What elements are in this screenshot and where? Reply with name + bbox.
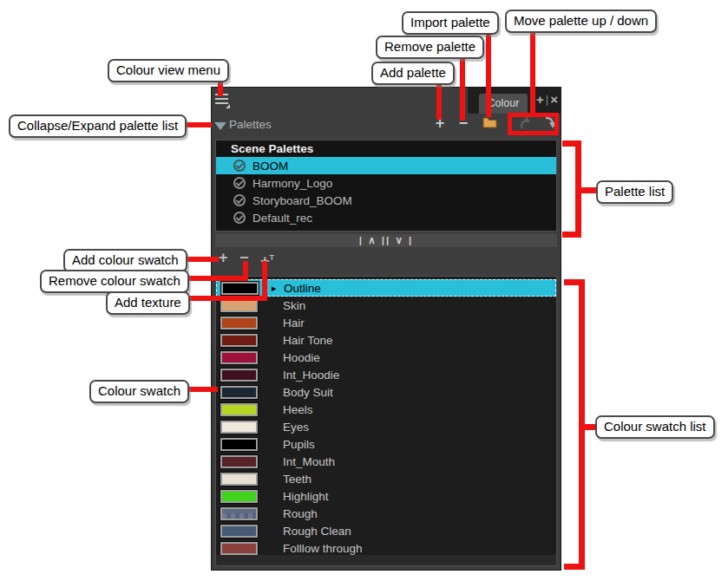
add-colour-swatch-button[interactable]: + (219, 248, 228, 267)
swatch-name: Teeth (283, 473, 312, 486)
palette-name: Storyboard_BOOM (253, 194, 352, 207)
colour-chip[interactable] (220, 386, 258, 399)
swatch-list-footer (216, 555, 556, 565)
bracket-palette-list (575, 140, 581, 238)
tab-bar: Colour + | × (468, 88, 561, 114)
splitter-down-icon[interactable]: ∨ (395, 235, 403, 245)
callout-collapse-expand: Collapse/Expand palette list (9, 114, 187, 138)
folder-icon (482, 116, 497, 128)
palette-check-icon (233, 177, 246, 189)
line-import-palette (486, 29, 491, 117)
palettes-section-label: Palettes (229, 118, 272, 131)
palette-name: Default_rec (253, 212, 312, 225)
palette-row[interactable]: Storyboard_BOOM (216, 192, 556, 209)
swatch-name: Heels (283, 403, 313, 416)
swatch-row[interactable]: Rough (216, 505, 556, 522)
splitter-bar: | (359, 235, 364, 245)
callout-colour-swatch-list: Colour swatch list (595, 415, 715, 439)
palette-check-icon (233, 212, 246, 224)
swatch-name: Hair Tone (283, 334, 333, 347)
colour-chip[interactable] (220, 455, 258, 468)
swatch-row[interactable]: Rough Clean (216, 522, 556, 539)
palette-check-icon (233, 160, 246, 172)
colour-chip[interactable] (220, 507, 258, 520)
swatch-name: Outline (284, 282, 321, 295)
swatch-row[interactable]: Int_Hoodie (216, 366, 556, 383)
swatch-row[interactable]: Pupils (216, 435, 556, 453)
line-add-palette (436, 82, 442, 120)
swatch-name: Hair (283, 317, 305, 330)
colour-chip[interactable] (220, 525, 258, 538)
palette-swatch-splitter[interactable]: | ∧ || ∨ | (215, 234, 557, 247)
tab-add-icon[interactable]: + (536, 92, 544, 108)
palette-row[interactable]: BOOM (216, 157, 556, 174)
line-remove-swatch (185, 276, 248, 281)
swatch-row[interactable]: Folllow through (216, 539, 556, 557)
colour-chip[interactable] (220, 369, 258, 382)
palette-check-icon (233, 194, 246, 206)
colour-chip[interactable] (220, 351, 258, 364)
callout-add-colour-swatch: Add colour swatch (63, 249, 187, 272)
line-move-palette (530, 29, 535, 114)
tab-close-icon[interactable]: × (550, 92, 558, 108)
colour-chip[interactable] (220, 334, 258, 347)
swatch-name: Int_Mouth (283, 455, 335, 468)
colour-chip[interactable] (220, 403, 258, 416)
colour-chip[interactable] (220, 542, 258, 555)
line-add-texture (185, 296, 267, 301)
colour-view-documentation: Colour + | × Palettes + − (0, 0, 728, 581)
swatch-name: Highlight (283, 490, 329, 503)
swatch-name: Skin (283, 299, 305, 312)
current-colour-marker-icon: ▸ (272, 279, 282, 297)
callout-remove-colour-swatch: Remove colour swatch (40, 270, 189, 293)
collapse-palette-list-icon[interactable] (214, 122, 226, 130)
swatch-name: Rough (283, 507, 318, 520)
palette-name: Harmony_Logo (253, 177, 332, 190)
swatch-name: Rough Clean (283, 525, 351, 538)
colour-chip[interactable] (220, 473, 258, 486)
palette-row[interactable]: Default_rec (216, 209, 556, 226)
colour-chip[interactable] (221, 282, 259, 295)
palette-name: BOOM (253, 160, 288, 173)
bracket-palette-list-top (562, 140, 581, 147)
bracket-palette-list-bottom (562, 232, 581, 238)
palette-list-header: Scene Palettes (216, 140, 556, 157)
colour-chip[interactable] (220, 421, 258, 434)
splitter-bar: || (382, 235, 390, 245)
colour-chip[interactable] (220, 490, 258, 503)
swatch-name: Folllow through (283, 542, 363, 555)
swatch-row[interactable]: Hair (216, 314, 556, 331)
callout-remove-palette: Remove palette (376, 36, 484, 59)
swatch-row[interactable]: Teeth (216, 470, 556, 487)
swatch-row[interactable]: Body Suit (216, 383, 556, 401)
splitter-bar: | (409, 235, 413, 245)
colour-chip[interactable] (220, 317, 258, 330)
swatch-row[interactable]: Hoodie (216, 349, 556, 366)
move-palette-highlight-rect (508, 113, 559, 135)
callout-colour-view-menu: Colour view menu (108, 59, 229, 82)
palette-row[interactable]: Harmony_Logo (216, 174, 556, 192)
line-collapse-expand (185, 122, 212, 127)
bracket-swatch-list (579, 279, 585, 570)
swatch-name: Body Suit (283, 386, 333, 399)
callout-add-texture: Add texture (106, 291, 190, 315)
tab-separator: | (546, 92, 548, 108)
swatch-name: Eyes (283, 421, 309, 434)
swatch-row[interactable]: Heels (216, 401, 556, 418)
swatch-row[interactable]: Eyes (216, 418, 556, 435)
callout-add-palette: Add palette (371, 62, 455, 85)
swatch-row[interactable]: Int_Mouth (216, 453, 556, 470)
line-remove-palette (460, 55, 465, 121)
callout-colour-swatch: Colour swatch (89, 380, 189, 403)
colour-chip[interactable] (220, 438, 258, 451)
colour-swatch-list: ▸OutlineSkinHairHair ToneHoodieInt_Hoodi… (215, 276, 557, 566)
callout-palette-list: Palette list (596, 180, 673, 204)
line-add-swatch (185, 257, 219, 262)
menu-corner-triangle-icon (226, 104, 230, 108)
swatch-row[interactable]: Highlight (216, 487, 556, 505)
swatch-row[interactable]: Hair Tone (216, 331, 556, 349)
splitter-up-icon[interactable]: ∧ (368, 235, 377, 245)
palette-list: Scene Palettes BOOMHarmony_LogoStoryboar… (215, 140, 557, 232)
palette-rows: BOOMHarmony_LogoStoryboard_BOOMDefault_r… (216, 157, 556, 226)
swatch-name: Int_Hoodie (283, 369, 339, 382)
